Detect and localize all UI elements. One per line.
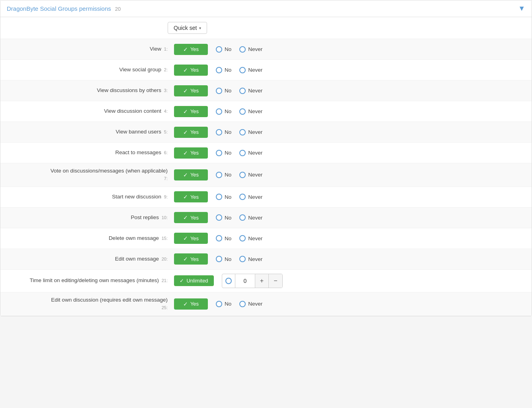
perm-label-view: View 1: — [7, 45, 174, 53]
check-icon-vote: ✓ — [183, 172, 188, 178]
never-option-pr[interactable]: Never — [239, 214, 262, 221]
never-label-vote: Never — [248, 172, 262, 178]
never-radio-dom[interactable] — [239, 235, 246, 241]
no-label-vsg: No — [225, 67, 231, 73]
perm-label-view-social-group: View social group 2: — [7, 66, 174, 74]
yes-button-pr[interactable]: ✓ Yes — [174, 212, 208, 223]
perm-row-view: View 1: ✓ Yes No Never — [0, 39, 532, 60]
never-option-eod[interactable]: Never — [239, 301, 262, 307]
never-option-view[interactable]: Never — [239, 46, 262, 53]
perm-label-vdc: View discussion content 4: — [7, 108, 174, 115]
yes-button-view[interactable]: ✓ Yes — [174, 44, 208, 55]
panel-header-left: DragonByte Social Groups permissions 20 — [7, 5, 121, 12]
yes-button-vote[interactable]: ✓ Yes — [174, 169, 208, 180]
never-option-vdc[interactable]: Never — [239, 108, 262, 115]
never-option-vote[interactable]: Never — [239, 172, 262, 178]
perm-row-view-banned: View banned users 5: ✓ Yes No Never — [0, 122, 532, 143]
never-option-vbu[interactable]: Never — [239, 129, 262, 135]
never-radio-eom[interactable] — [239, 256, 246, 262]
increment-button-tl[interactable]: + — [255, 274, 269, 288]
yes-button-vd[interactable]: ✓ Yes — [174, 85, 208, 96]
no-radio-view[interactable] — [216, 46, 222, 53]
never-radio-snd[interactable] — [239, 194, 246, 200]
no-radio-pr[interactable] — [216, 214, 222, 221]
no-radio-vbu[interactable] — [216, 129, 222, 135]
never-label-eod: Never — [248, 301, 262, 307]
perm-row-vote: Vote on discussions/messages (when appli… — [0, 163, 532, 187]
perm-controls-react: ✓ Yes No Never — [174, 147, 525, 159]
no-option-view[interactable]: No — [216, 46, 231, 53]
check-icon-react: ✓ — [183, 150, 188, 156]
perm-label-tl: Time limit on editing/deleting own messa… — [7, 277, 174, 284]
no-radio-vote[interactable] — [216, 172, 222, 178]
check-icon-snd: ✓ — [183, 194, 188, 200]
yes-button-view-social-group[interactable]: ✓ Yes — [174, 65, 208, 76]
no-option-dom[interactable]: No — [216, 235, 231, 241]
yes-button-vbu[interactable]: ✓ Yes — [174, 127, 208, 138]
permissions-table: View 1: ✓ Yes No Never View soci — [0, 39, 532, 316]
yes-button-eod[interactable]: ✓ Yes — [174, 298, 208, 310]
quick-set-label: Quick set — [174, 25, 197, 31]
never-radio-vote[interactable] — [239, 172, 246, 178]
no-option-eod[interactable]: No — [216, 301, 231, 307]
no-label-react: No — [225, 150, 231, 156]
no-radio-dom[interactable] — [216, 235, 222, 241]
no-option-vbu[interactable]: No — [216, 129, 231, 135]
yes-button-eom[interactable]: ✓ Yes — [174, 253, 208, 265]
yes-button-dom[interactable]: ✓ Yes — [174, 233, 208, 244]
never-radio-vdc[interactable] — [239, 108, 246, 115]
never-option-vd[interactable]: Never — [239, 88, 262, 94]
no-option-eom[interactable]: No — [216, 256, 231, 262]
never-radio-react[interactable] — [239, 150, 246, 156]
no-radio-vsg[interactable] — [216, 67, 222, 73]
never-radio-vsg[interactable] — [239, 67, 246, 73]
number-radio-tl[interactable] — [222, 274, 235, 288]
never-option-react[interactable]: Never — [239, 150, 262, 156]
never-radio-view[interactable] — [239, 46, 246, 53]
no-option-snd[interactable]: No — [216, 194, 231, 200]
perm-label-vbu: View banned users 5: — [7, 128, 174, 136]
panel-toggle-icon[interactable]: ▼ — [518, 4, 525, 13]
never-radio-pr[interactable] — [239, 214, 246, 221]
decrement-button-tl[interactable]: − — [269, 274, 282, 288]
yes-label-vbu: Yes — [190, 129, 199, 135]
no-radio-eom[interactable] — [216, 256, 222, 262]
no-option-vdc[interactable]: No — [216, 108, 231, 115]
no-radio-snd[interactable] — [216, 194, 222, 200]
never-option-vsg[interactable]: Never — [239, 67, 262, 73]
quick-set-button[interactable]: Quick set ▾ — [168, 22, 207, 34]
no-radio-vdc[interactable] — [216, 108, 222, 115]
never-option-snd[interactable]: Never — [239, 194, 262, 200]
perm-num-vdc: 4: — [164, 109, 168, 114]
perm-num-vd: 3: — [164, 88, 168, 93]
no-option-vsg[interactable]: No — [216, 67, 231, 73]
unlimited-button-tl[interactable]: ✓ Unlimited — [174, 275, 214, 286]
no-radio-eod[interactable] — [216, 301, 222, 307]
no-option-react[interactable]: No — [216, 150, 231, 156]
no-label-vote: No — [225, 172, 231, 178]
yes-button-vdc[interactable]: ✓ Yes — [174, 106, 208, 117]
yes-button-snd[interactable]: ✓ Yes — [174, 191, 208, 202]
plus-icon-tl: + — [260, 277, 264, 284]
no-label-eom: No — [225, 256, 231, 262]
panel-header: DragonByte Social Groups permissions 20 … — [0, 0, 532, 17]
yes-button-react[interactable]: ✓ Yes — [174, 147, 208, 159]
never-option-eom[interactable]: Never — [239, 256, 262, 262]
no-label-dom: No — [225, 235, 231, 241]
perm-row-edit-own-discussion: Edit own discussion (requires edit own m… — [0, 292, 532, 316]
never-option-dom[interactable]: Never — [239, 235, 262, 241]
no-radio-react[interactable] — [216, 150, 222, 156]
never-radio-vbu[interactable] — [239, 129, 246, 135]
no-option-pr[interactable]: No — [216, 214, 231, 221]
perm-num-view: 1: — [164, 47, 168, 51]
no-radio-vd[interactable] — [216, 88, 222, 94]
number-radio-circle-tl[interactable] — [225, 278, 232, 284]
never-radio-eod[interactable] — [239, 301, 246, 307]
never-radio-vd[interactable] — [239, 88, 246, 94]
check-icon-dom: ✓ — [183, 235, 188, 241]
no-option-vote[interactable]: No — [216, 172, 231, 178]
perm-label-pr: Post replies 10: — [7, 214, 174, 222]
perm-num-view-social-group: 2: — [164, 67, 168, 72]
no-option-vd[interactable]: No — [216, 88, 231, 94]
number-value-tl: 0 — [235, 274, 255, 288]
